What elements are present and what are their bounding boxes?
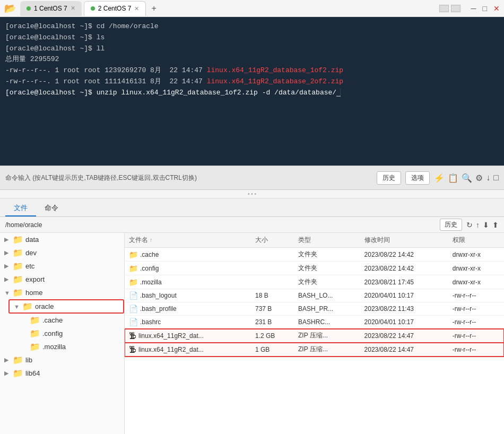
folder-icon-cache: 📁: [30, 315, 40, 325]
sidebar-label-config: .config: [42, 329, 63, 337]
expand-icon[interactable]: □: [493, 173, 499, 183]
minimize-button[interactable]: ─: [471, 4, 476, 13]
cell-mtime: 2020/04/01 10:17: [360, 289, 448, 302]
folder-icon-mozilla: 📁: [30, 342, 40, 352]
col-header-name[interactable]: 文件名 ↑: [125, 233, 251, 248]
table-row[interactable]: 🗜 linux.x64_11gR2_dat... 1.2 GB ZIP 压缩..…: [125, 329, 504, 343]
sidebar-item-data[interactable]: ▶ 📁 data: [0, 233, 124, 246]
tab-centos7-2[interactable]: 2 CentOS 7 ✕: [84, 1, 146, 16]
download-icon[interactable]: ↓: [486, 173, 490, 183]
sidebar-item-cache[interactable]: 📁 .cache: [17, 314, 124, 327]
sidebar-tree: ▶ 📁 data ▶ 📁 dev ▶ 📁 etc ▶ 📁 export ▼ 📁 …: [0, 233, 125, 434]
cell-type: ZIP 压缩...: [294, 343, 360, 357]
tab-close-1[interactable]: ✕: [71, 5, 75, 12]
cell-size: 18 B: [251, 289, 294, 302]
command-bar: 命令输入 (按ALT键提示历史,TAB键路径,ESC键返回,双击CTRL切换) …: [0, 166, 504, 190]
cell-mtime: 2023/08/22 14:47: [360, 329, 448, 343]
settings-icon[interactable]: ⚙: [475, 173, 483, 183]
arrow-home: ▼: [4, 290, 11, 296]
refresh-icon[interactable]: ↻: [466, 221, 473, 229]
cell-perm: -rw-r--r--: [448, 289, 504, 302]
file-name: linux.x64_11gR2_dat...: [138, 332, 204, 340]
table-row[interactable]: 🗜 linux.x64_11gR2_dat... 1 GB ZIP 压缩... …: [125, 343, 504, 357]
file-icon: 🗜: [129, 332, 136, 340]
folder-icon-data: 📁: [13, 235, 23, 245]
sidebar-label-data: data: [25, 236, 39, 244]
up-icon[interactable]: ↑: [476, 221, 480, 229]
tab-close-2[interactable]: ✕: [134, 5, 139, 12]
cell-name: 🗜 linux.x64_11gR2_dat...: [125, 343, 251, 357]
arrow-export: ▶: [4, 276, 11, 283]
sidebar-item-lib64[interactable]: ▶ 📁 lib64: [0, 367, 124, 380]
arrow-lib64: ▶: [4, 370, 11, 377]
file-icon: 📁: [129, 250, 138, 259]
folder-icon-home: 📁: [13, 288, 23, 298]
cell-name: 📄 .bash_profile: [125, 302, 251, 316]
table-row[interactable]: 📄 .bash_profile 737 B BASH_PR... 2023/08…: [125, 302, 504, 316]
terminal-area[interactable]: [oracle@localhost ~]$ cd /home/oracle [o…: [0, 17, 504, 166]
download-file-icon[interactable]: ⬇: [483, 221, 489, 229]
tab-add-button[interactable]: +: [148, 4, 159, 13]
cell-type: 文件夹: [294, 262, 360, 275]
cell-mtime: 2023/08/22 14:42: [360, 248, 448, 262]
tab-file[interactable]: 文件: [5, 201, 36, 216]
terminal-line-7: [oracle@localhost ~]$ unzip linux.x64_11…: [5, 88, 499, 99]
tab-centos7-1[interactable]: 1 CentOS 7 ✕: [20, 1, 82, 16]
cell-name: 🗜 linux.x64_11gR2_dat...: [125, 329, 251, 343]
close-button[interactable]: ✕: [493, 4, 500, 13]
file-icon: 📄: [129, 318, 138, 326]
table-row[interactable]: 📁 .cache 文件夹 2023/08/22 14:42 drwxr-xr-x: [125, 248, 504, 262]
cell-type: BASH_LO...: [294, 289, 360, 302]
col-header-perm[interactable]: 权限: [448, 233, 504, 248]
table-row[interactable]: 📁 .mozilla 文件夹 2023/08/21 17:45 drwxr-xr…: [125, 275, 504, 289]
breadcrumb-history-button[interactable]: 历史: [440, 219, 462, 231]
window-controls: ─ □ ✕: [439, 4, 500, 13]
lightning-icon[interactable]: ⚡: [434, 173, 445, 183]
breadcrumb-actions: ↻ ↑ ⬇ ⬆: [466, 221, 499, 229]
sidebar-item-lib[interactable]: ▶ 📁 lib: [0, 353, 124, 367]
options-button[interactable]: 选项: [405, 171, 430, 185]
arrow-data: ▶: [4, 236, 11, 243]
cell-name: 📄 .bash_logout: [125, 289, 251, 302]
col-header-mtime[interactable]: 修改时间: [360, 233, 448, 248]
table-row[interactable]: 📁 .config 文件夹 2023/08/22 14:42 drwxr-xr-…: [125, 262, 504, 275]
cell-type: BASHRC...: [294, 316, 360, 329]
cell-perm: -rw-r--r--: [448, 329, 504, 343]
file-table: 文件名 ↑ 大小 类型 修改时间 权限 📁 .cache 文件夹 2023/08…: [125, 233, 504, 357]
sidebar-item-etc[interactable]: ▶ 📁 etc: [0, 259, 124, 273]
terminal-line-4: 总用量 2295592: [5, 54, 499, 65]
list-view-icon[interactable]: [451, 5, 460, 12]
file-name: linux.x64_11gR2_dat...: [138, 346, 204, 353]
copy-icon[interactable]: 📋: [448, 173, 458, 183]
upload-file-icon[interactable]: ⬆: [492, 221, 499, 229]
sidebar-item-export[interactable]: ▶ 📁 export: [0, 273, 124, 286]
cell-perm: -rw-r--r--: [448, 343, 504, 357]
tab-label-2: 2 CentOS 7: [98, 5, 132, 12]
folder-icon-dev: 📁: [13, 248, 23, 258]
cell-type: 文件夹: [294, 248, 360, 262]
divider: • • •: [0, 190, 504, 198]
breadcrumb-path: /home/oracle: [5, 221, 436, 229]
sidebar-item-oracle[interactable]: ▼ 📁 oracle: [8, 299, 124, 314]
titlebar: 📂 1 CentOS 7 ✕ 2 CentOS 7 ✕ + ─ □ ✕: [0, 0, 504, 17]
grid-view-icon[interactable]: [439, 5, 449, 12]
tab-command[interactable]: 命令: [36, 201, 67, 216]
maximize-button[interactable]: □: [483, 4, 487, 13]
sidebar-item-config[interactable]: 📁 .config: [17, 327, 124, 340]
cell-mtime: 2023/08/22 14:42: [360, 262, 448, 275]
search-icon[interactable]: 🔍: [462, 173, 472, 183]
table-row[interactable]: 📄 .bash_logout 18 B BASH_LO... 2020/04/0…: [125, 289, 504, 302]
cell-size: [251, 275, 294, 289]
sidebar-item-dev[interactable]: ▶ 📁 dev: [0, 246, 124, 259]
col-header-type[interactable]: 类型: [294, 233, 360, 248]
arrow-oracle: ▼: [14, 303, 20, 310]
history-button[interactable]: 历史: [377, 171, 401, 185]
file-manager: ▶ 📁 data ▶ 📁 dev ▶ 📁 etc ▶ 📁 export ▼ 📁 …: [0, 233, 504, 434]
col-header-size[interactable]: 大小: [251, 233, 294, 248]
file-name: .config: [140, 265, 159, 272]
table-row[interactable]: 📄 .bashrc 231 B BASHRC... 2020/04/01 10:…: [125, 316, 504, 329]
sidebar-item-home[interactable]: ▼ 📁 home: [0, 286, 124, 299]
sidebar-item-mozilla[interactable]: 📁 .mozilla: [17, 340, 124, 353]
terminal-line-1: [oracle@localhost ~]$ cd /home/oracle: [5, 21, 499, 32]
cell-perm: drwxr-xr-x: [448, 262, 504, 275]
